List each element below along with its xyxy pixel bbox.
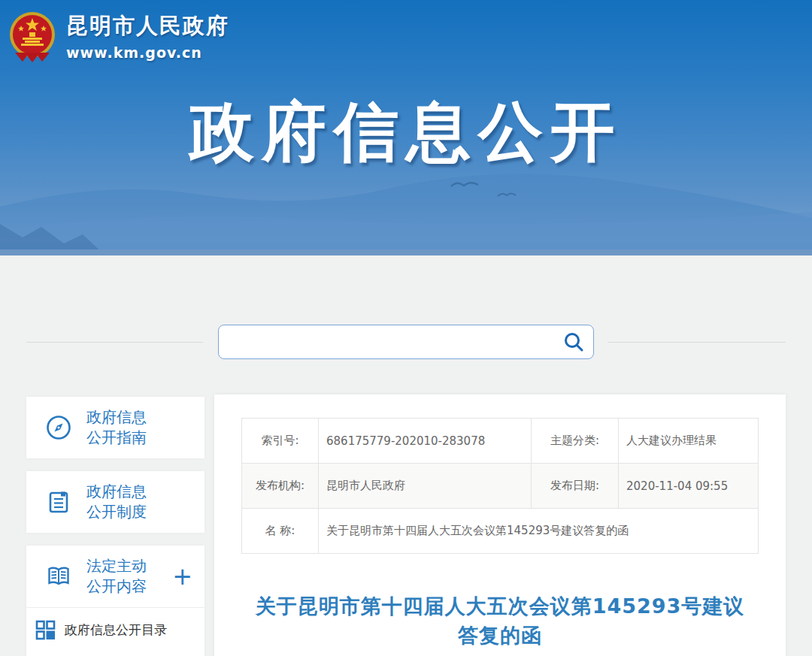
banner-title: 政府信息公开 xyxy=(0,89,812,177)
meta-value-agency: 昆明市人民政府 xyxy=(319,464,532,509)
search-box xyxy=(218,325,594,359)
sidebar-item-label: 政府信息 xyxy=(86,407,147,428)
metadata-table: 索引号: 686175779-202010-283078 主题分类: 人大建议办… xyxy=(241,418,759,554)
sidebar-item-statutory-disclosure[interactable]: 法定主动 公开内容 + xyxy=(26,546,205,607)
meta-label-topic: 主题分类: xyxy=(532,419,619,464)
sidebar-card: 政府信息 公开制度 xyxy=(26,471,205,533)
search-input[interactable] xyxy=(219,325,554,358)
page-banner: 昆明市人民政府 www.km.gov.cn 政府信息公开 xyxy=(0,0,812,255)
divider xyxy=(607,342,786,343)
document-icon xyxy=(46,489,71,515)
meta-label-agency: 发布机构: xyxy=(242,464,319,509)
sidebar-item-label: 政府信息公开目录 xyxy=(65,621,167,639)
mountain-silhouette xyxy=(0,165,812,255)
search-icon xyxy=(563,331,584,352)
national-emblem-icon xyxy=(8,9,57,63)
site-header: 昆明市人民政府 www.km.gov.cn xyxy=(8,9,229,63)
meta-value-date: 2020-11-04 09:55 xyxy=(619,464,759,509)
sidebar-item-label: 公开内容 xyxy=(86,576,147,597)
table-row: 发布机构: 昆明市人民政府 发布日期: 2020-11-04 09:55 xyxy=(242,464,759,509)
sidebar-item-label: 政府信息 xyxy=(86,482,147,502)
sidebar-card: 政府信息 公开指南 xyxy=(26,397,205,458)
table-row: 名 称: 关于昆明市第十四届人大五次会议第145293号建议答复的函 xyxy=(242,509,759,554)
article-title: 关于昆明市第十四届人大五次会议第145293号建议答复的函 xyxy=(247,591,753,650)
site-url: www.km.gov.cn xyxy=(66,44,229,61)
banner-bottom-strip xyxy=(0,249,812,255)
sidebar: 政府信息 公开指南 政府信息 公开制度 xyxy=(26,395,205,656)
compass-icon xyxy=(46,415,71,440)
content-area: 政府信息 公开指南 政府信息 公开制度 xyxy=(0,395,812,656)
meta-value-topic: 人大建议办理结果 xyxy=(619,419,759,464)
search-row xyxy=(0,325,812,359)
meta-label-name: 名 称: xyxy=(242,509,319,554)
bird-icon xyxy=(496,191,517,198)
sidebar-item-disclosure-rules[interactable]: 政府信息 公开制度 xyxy=(26,471,205,533)
sidebar-item-disclosure-guide[interactable]: 政府信息 公开指南 xyxy=(26,397,205,458)
meta-label-date: 发布日期: xyxy=(532,464,619,509)
meta-label-index: 索引号: xyxy=(242,419,319,464)
site-name: 昆明市人民政府 xyxy=(66,11,229,41)
meta-value-index: 686175779-202010-283078 xyxy=(319,419,532,464)
sidebar-card: 法定主动 公开内容 + 政府信息公开目录 xyxy=(26,546,205,656)
bird-icon xyxy=(450,179,480,189)
table-row: 索引号: 686175779-202010-283078 主题分类: 人大建议办… xyxy=(242,419,759,464)
sidebar-item-disclosure-catalog[interactable]: 政府信息公开目录 xyxy=(26,608,205,652)
divider xyxy=(26,342,203,343)
book-icon xyxy=(46,564,71,589)
search-button[interactable] xyxy=(554,325,593,358)
sidebar-item-label: 公开指南 xyxy=(86,428,147,448)
expand-plus-icon[interactable]: + xyxy=(172,564,192,588)
sidebar-item-label: 法定主动 xyxy=(86,556,147,576)
sidebar-item-next[interactable] xyxy=(26,652,205,656)
document-card: 索引号: 686175779-202010-283078 主题分类: 人大建议办… xyxy=(214,395,786,656)
meta-value-name: 关于昆明市第十四届人大五次会议第145293号建议答复的函 xyxy=(319,509,759,554)
sidebar-item-label: 公开制度 xyxy=(86,502,147,522)
grid-icon xyxy=(35,620,56,640)
